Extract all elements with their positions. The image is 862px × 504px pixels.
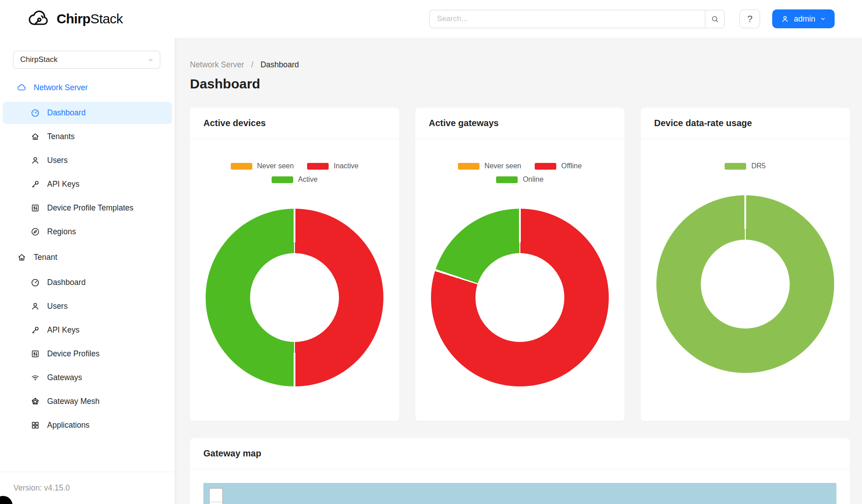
- sidebar-item-gateway-mesh[interactable]: Gateway Mesh: [3, 390, 172, 412]
- sidebar-item-api-keys[interactable]: API Keys: [3, 319, 172, 341]
- sliders-icon: [31, 349, 40, 359]
- compass-icon: [31, 227, 40, 237]
- chirpstack-logo[interactable]: ChirpStack: [27, 9, 123, 29]
- donut-chart: [206, 209, 383, 386]
- breadcrumb-dashboard: Dashboard: [260, 60, 299, 69]
- gateway-map[interactable]: [203, 483, 836, 504]
- sidebar-group-label: Tenant: [34, 253, 57, 262]
- version-label: Version: v4.15.0: [0, 472, 175, 504]
- sidebar-item-label: Dashboard: [47, 278, 86, 287]
- sidebar-item-label: Users: [47, 156, 68, 165]
- donut-chart: [431, 209, 609, 386]
- user-icon: [31, 156, 40, 165]
- sidebar-item-dashboard[interactable]: Dashboard: [3, 272, 172, 294]
- sidebar-item-label: API Keys: [47, 180, 79, 189]
- legend-swatch: [272, 176, 293, 183]
- map-zoom-divider: [210, 502, 222, 502]
- sidebar-item-applications[interactable]: Applications: [3, 414, 172, 436]
- chevron-down-icon: [820, 16, 826, 22]
- user-menu-button[interactable]: admin: [772, 9, 835, 28]
- sidebar-item-tenants[interactable]: Tenants: [3, 126, 172, 148]
- sidebar-item-device-profile-templates[interactable]: Device Profile Templates: [3, 197, 172, 219]
- help-button[interactable]: ?: [739, 9, 760, 28]
- sidebar-group-label: Network Server: [34, 83, 88, 92]
- top-header: ChirpStack ? admin: [0, 0, 862, 38]
- brand-name: ChirpStack: [57, 11, 123, 26]
- legend-item-active[interactable]: Active: [272, 175, 318, 184]
- search-button[interactable]: [705, 10, 725, 28]
- sidebar-item-api-keys[interactable]: API Keys: [3, 173, 172, 195]
- card-title-device-data-rate-usage: Device data-rate usage: [641, 108, 850, 139]
- card-title-active-gateways: Active gateways: [415, 108, 625, 139]
- map-zoom-control[interactable]: [209, 488, 223, 504]
- page-title: Dashboard: [190, 76, 850, 92]
- sidebar-item-label: Tenants: [47, 132, 75, 141]
- organization-select[interactable]: ChirpStack: [13, 51, 160, 69]
- home-icon: [17, 253, 26, 262]
- sidebar-group-network-server[interactable]: Network Server: [3, 75, 172, 100]
- apps-icon: [31, 421, 40, 430]
- gateway-map-card: Gateway map: [190, 438, 850, 504]
- gateway-map-body: [190, 469, 850, 504]
- chirpstack-cloud-logo-icon: [27, 9, 51, 29]
- sidebar-item-dashboard[interactable]: Dashboard: [3, 102, 172, 124]
- legend-item-never-seen[interactable]: Never seen: [231, 162, 294, 170]
- sidebar-item-label: Device Profile Templates: [47, 203, 133, 213]
- legend-label: DR5: [751, 162, 765, 170]
- sidebar-item-label: Users: [47, 302, 68, 311]
- legend-item-never-seen[interactable]: Never seen: [458, 162, 521, 170]
- legend-swatch: [458, 163, 479, 170]
- sidebar-item-users[interactable]: Users: [3, 149, 172, 171]
- global-search: [429, 10, 725, 28]
- sidebar-item-label: Applications: [47, 421, 89, 430]
- donut-chart: [656, 195, 834, 373]
- legend-label: Active: [298, 175, 318, 184]
- donut-hole: [250, 253, 339, 342]
- legend-label: Never seen: [484, 162, 521, 170]
- sidebar-item-label: Gateways: [47, 373, 82, 382]
- search-icon: [711, 15, 719, 23]
- legend-item-inactive[interactable]: Inactive: [307, 162, 358, 170]
- legend-item-dr5[interactable]: DR5: [725, 162, 765, 170]
- card-active-gateways: Active gateways Never seenOfflineOnline: [415, 108, 625, 421]
- sliders-icon: [31, 203, 40, 213]
- legend-swatch: [496, 176, 518, 183]
- legend-swatch: [725, 163, 746, 170]
- key-icon: [31, 180, 40, 189]
- sidebar-item-users[interactable]: Users: [3, 295, 172, 317]
- chevron-down-icon: [147, 57, 154, 63]
- sidebar: ChirpStack Network ServerDashboardTenant…: [0, 38, 175, 504]
- legend-label: Online: [523, 175, 543, 184]
- legend-item-online[interactable]: Online: [496, 175, 543, 184]
- dashboard-icon: [31, 108, 40, 118]
- sidebar-item-device-profiles[interactable]: Device Profiles: [3, 343, 172, 365]
- breadcrumb: Network Server / Dashboard: [190, 60, 850, 70]
- home-icon: [31, 132, 40, 141]
- sidebar-menu: Network ServerDashboardTenantsUsersAPI K…: [0, 71, 175, 436]
- chart-legend: DR5: [725, 162, 765, 170]
- search-input[interactable]: [429, 10, 705, 28]
- donut-hole: [701, 240, 790, 329]
- sidebar-item-regions[interactable]: Regions: [3, 221, 172, 243]
- legend-item-offline[interactable]: Offline: [535, 162, 582, 170]
- chart-cards-row: Active devices Never seenInactiveActive …: [190, 108, 850, 421]
- sidebar-item-label: API Keys: [47, 325, 79, 335]
- sidebar-item-gateways[interactable]: Gateways: [3, 367, 172, 389]
- sidebar-group-tenant[interactable]: Tenant: [3, 245, 172, 270]
- user-icon: [31, 302, 40, 311]
- chart-legend: Never seenOfflineOnline: [429, 162, 611, 184]
- mesh-icon: [31, 397, 40, 406]
- breadcrumb-separator: /: [251, 60, 253, 69]
- legend-swatch: [535, 163, 556, 170]
- legend-label: Offline: [561, 162, 582, 170]
- main-content: Network Server / Dashboard Dashboard Act…: [175, 38, 862, 504]
- sidebar-item-label: Dashboard: [47, 108, 86, 118]
- wifi-icon: [31, 373, 40, 382]
- breadcrumb-network-server[interactable]: Network Server: [190, 60, 244, 69]
- user-icon: [781, 15, 789, 23]
- gateway-map-title: Gateway map: [190, 438, 850, 469]
- user-name: admin: [794, 14, 815, 24]
- sidebar-item-label: Device Profiles: [47, 349, 100, 359]
- legend-swatch: [231, 163, 252, 170]
- app-root: ChirpStack ? admin ChirpStack Network Se…: [0, 0, 862, 504]
